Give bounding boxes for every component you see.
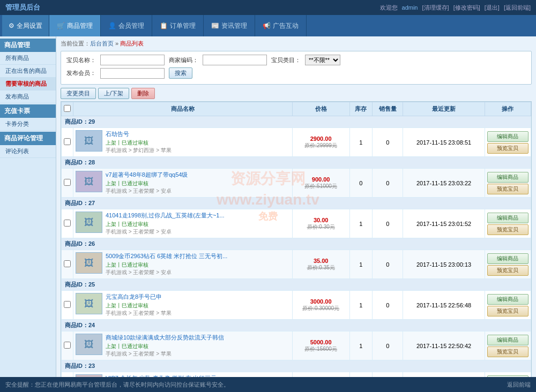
- sidebar-item-card-category[interactable]: 卡券分类: [0, 118, 56, 131]
- product-category: 手机游戏 > 王者荣耀 > 安卓: [106, 187, 290, 195]
- clear-cache-link[interactable]: [清理缓存]: [422, 4, 449, 12]
- admin-name[interactable]: admin: [402, 4, 418, 11]
- select-all-checkbox[interactable]: [64, 105, 71, 112]
- nav-tab-ad[interactable]: 📢 广告互动: [255, 15, 307, 36]
- row-checkbox-cell: [62, 209, 73, 238]
- category-label: 宝贝类目：: [271, 56, 301, 64]
- product-action-cell: 编辑商品 预览宝贝: [485, 372, 531, 378]
- product-label: 商品管理: [67, 21, 93, 31]
- product-no-input[interactable]: [100, 55, 165, 65]
- product-name-link[interactable]: 41041走1998别,过你几战_五英雄(左量大~1...: [106, 212, 290, 220]
- edit-product-btn[interactable]: 编辑商品: [487, 213, 528, 223]
- nav-tab-news[interactable]: 📰 资讯管理: [204, 15, 255, 36]
- content-area: 商品管理 所有商品 正在出售的商品 需要审核的商品 发布商品 充值卡票 卡券分类…: [0, 36, 536, 377]
- sidebar-title-card[interactable]: 充值卡票: [0, 104, 56, 118]
- row-checkbox-cell: [62, 128, 73, 157]
- breadcrumb-home[interactable]: 后台首页: [90, 40, 114, 47]
- product-price-cell: 3000.00 原价:0.30000元: [292, 291, 349, 320]
- sidebar-item-all-products[interactable]: 所有商品: [0, 52, 56, 65]
- col-price: 价格: [292, 102, 349, 116]
- topbar-left: 管理员后台: [5, 3, 40, 12]
- edit-product-btn[interactable]: 编辑商品: [487, 253, 528, 264]
- action-buttons: 编辑商品 预览宝贝: [487, 213, 528, 235]
- product-details: v7超著号48年8超绑了带qq54级 上架丨巳通过审核 手机游戏 > 王者荣耀 …: [106, 171, 290, 195]
- product-name-link[interactable]: 石劫告号: [106, 130, 290, 138]
- logout-link[interactable]: [退出]: [485, 4, 500, 12]
- edit-product-btn[interactable]: 编辑商品: [487, 294, 528, 305]
- row-checkbox-cell: [62, 372, 73, 378]
- product-sales-cell: 0: [372, 169, 403, 198]
- nav-settings[interactable]: ⚙ 全局设置: [2, 15, 49, 36]
- return-frontend-link[interactable]: [返回前端]: [504, 4, 531, 12]
- nav-tab-order[interactable]: 📋 订单管理: [152, 15, 204, 36]
- product-name-link[interactable]: 元宝高白龙8手号已申: [106, 293, 290, 301]
- table-row: 🖼 商城绿10款绿满满成大部分反势款流天子韩信 上架丨巳通过审核 手机游戏 > …: [62, 331, 531, 360]
- row-checkbox[interactable]: [64, 342, 71, 349]
- sidebar-item-pending[interactable]: 需要审核的商品: [0, 78, 56, 91]
- sidebar-item-publish[interactable]: 发布商品: [0, 91, 56, 103]
- publish-input[interactable]: [100, 68, 165, 79]
- row-checkbox[interactable]: [64, 220, 71, 227]
- product-details: 5009金币2963钻石 6英雄 米打抢位 三无号初... 上架丨巳通过审核 手…: [106, 252, 290, 276]
- delete-btn[interactable]: 删除: [131, 88, 155, 99]
- product-no-label: 宝贝名称：: [66, 56, 96, 64]
- product-id-cell: 商品ID：28: [62, 157, 531, 169]
- product-info: 🖼 商城绿10款绿满满成大部分反势款流天子韩信 上架丨巳通过审核 手机游戏 > …: [76, 334, 290, 358]
- preview-product-btn[interactable]: 预览宝贝: [487, 265, 528, 276]
- price-current: 5000.00: [295, 339, 347, 345]
- product-updated-cell: 2017-11-15 22:56:48: [403, 291, 485, 320]
- row-checkbox[interactable]: [64, 179, 71, 186]
- row-checkbox[interactable]: [64, 301, 71, 308]
- product-status: 上架丨巳通过审核: [106, 261, 290, 269]
- change-password-link[interactable]: [修改密码]: [453, 4, 480, 12]
- change-category-btn[interactable]: 变更类目: [61, 88, 96, 99]
- product-info: 🖼 元宝高白龙8手号已申 上架丨巳通过审核 手机游戏 > 王者荣耀 > 苹果: [76, 293, 290, 317]
- col-stock: 库存: [349, 102, 372, 116]
- preview-product-btn[interactable]: 预览宝贝: [487, 346, 528, 357]
- edit-product-btn[interactable]: 编辑商品: [487, 375, 528, 378]
- product-action-cell: 编辑商品 预览宝贝: [485, 331, 531, 360]
- col-action: 操作: [485, 102, 531, 116]
- product-header-row: 商品ID：25: [62, 279, 531, 291]
- product-action-cell: 编辑商品 预览宝贝: [485, 250, 531, 279]
- product-sales-cell: 0: [372, 209, 403, 238]
- search-button[interactable]: 搜索: [169, 67, 192, 79]
- nav-tab-member[interactable]: 👤 会员管理: [101, 15, 152, 36]
- preview-product-btn[interactable]: 预览宝贝: [487, 224, 528, 235]
- sidebar-title-product[interactable]: 商品管理: [0, 39, 56, 52]
- sidebar-section-product: 商品管理 所有商品 正在出售的商品 需要审核的商品 发布商品: [0, 39, 56, 103]
- product-action-cell: 编辑商品 预览宝贝: [485, 291, 531, 320]
- category-select[interactable]: **不限**: [305, 55, 340, 65]
- product-category: 手机游戏 > 王者荣耀 > 安卓: [106, 269, 290, 276]
- product-name-link[interactable]: VIP7 金长年 出队 真头像 微副 充 出征三元...: [106, 374, 290, 377]
- preview-product-btn[interactable]: 预览宝贝: [487, 184, 528, 194]
- product-action-cell: 编辑商品 预览宝贝: [485, 128, 531, 157]
- product-name-link[interactable]: 商城绿10款绿满满成大部分反势款流天子韩信: [106, 334, 290, 342]
- product-name-link[interactable]: v7超著号48年8超绑了带qq54级: [106, 171, 290, 179]
- product-name-cell: 🖼 41041走1998别,过你几战_五英雄(左量大~1... 上架丨巳通过审核…: [73, 209, 293, 238]
- product-name-cell: 🖼 石劫告号 上架丨巳通过审核 手机游戏 > 梦幻西游 > 苹果: [73, 128, 293, 157]
- edit-product-btn[interactable]: 编辑商品: [487, 131, 528, 142]
- product-sales-cell: 0: [372, 291, 403, 320]
- order-label: 订单管理: [170, 21, 196, 31]
- product-stock-cell: 1: [349, 291, 372, 320]
- sidebar-item-selling[interactable]: 正在出售的商品: [0, 65, 56, 78]
- product-sales-cell: 0: [372, 372, 403, 378]
- product-details: 元宝高白龙8手号已申 上架丨巳通过审核 手机游戏 > 王者荣耀 > 苹果: [106, 293, 290, 317]
- toggle-shelf-btn[interactable]: 上/下架: [98, 88, 129, 99]
- news-icon: 📰: [211, 22, 219, 29]
- preview-product-btn[interactable]: 预览宝贝: [487, 306, 528, 316]
- product-name-link[interactable]: 5009金币2963钻石 6英雄 米打抢位 三无号初...: [106, 252, 290, 260]
- edit-product-btn[interactable]: 编辑商品: [487, 335, 528, 345]
- news-label: 资讯管理: [221, 21, 247, 31]
- product-action-cell: 编辑商品 预览宝贝: [485, 169, 531, 198]
- bottombar-return[interactable]: 返回前端: [507, 381, 531, 389]
- nav-tab-product[interactable]: 🛒 商品管理: [49, 15, 101, 36]
- seller-input[interactable]: [203, 55, 267, 65]
- row-checkbox[interactable]: [64, 260, 71, 267]
- preview-product-btn[interactable]: 预览宝贝: [487, 143, 528, 154]
- sidebar-title-review[interactable]: 商品评论管理: [0, 132, 56, 145]
- sidebar-item-review-list[interactable]: 评论列表: [0, 145, 56, 158]
- row-checkbox[interactable]: [64, 138, 71, 145]
- edit-product-btn[interactable]: 编辑商品: [487, 172, 528, 183]
